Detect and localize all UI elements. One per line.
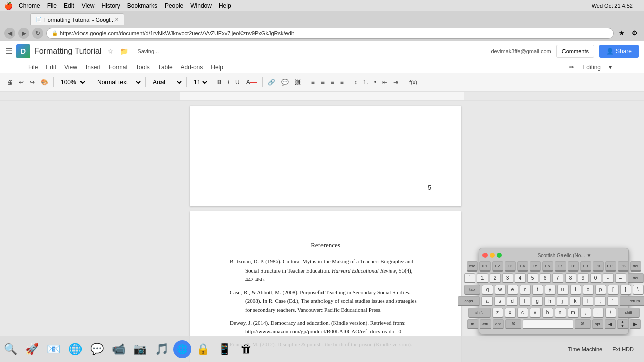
- key-v[interactable]: v: [530, 308, 541, 318]
- dock-trash[interactable]: 🗑: [236, 339, 256, 359]
- key-f6[interactable]: F6: [542, 261, 553, 272]
- key-f2[interactable]: F2: [492, 261, 503, 272]
- menu-item-view[interactable]: View: [61, 63, 80, 72]
- dock-chrome[interactable]: 🌐: [173, 340, 191, 358]
- menu-item-tools[interactable]: Tools: [133, 63, 153, 72]
- key-f11[interactable]: F11: [605, 261, 616, 272]
- key-f[interactable]: f: [519, 296, 530, 306]
- redo-button[interactable]: ↪: [27, 76, 37, 89]
- key-e[interactable]: e: [507, 285, 518, 295]
- key-7[interactable]: 7: [552, 273, 564, 283]
- menu-chrome[interactable]: Chrome: [19, 2, 40, 9]
- menu-view[interactable]: View: [82, 2, 95, 9]
- key-2[interactable]: 2: [490, 273, 501, 283]
- bookmark-icon[interactable]: ★: [617, 28, 627, 38]
- key-f5[interactable]: F5: [530, 261, 541, 272]
- key-0[interactable]: 0: [590, 273, 601, 283]
- key-j[interactable]: j: [557, 296, 568, 306]
- star-icon[interactable]: ☆: [107, 47, 114, 55]
- bold-button[interactable]: B: [215, 76, 224, 89]
- zoom-select[interactable]: 100%: [56, 76, 87, 89]
- menu-help[interactable]: Help: [219, 2, 231, 9]
- key-m[interactable]: m: [568, 308, 579, 318]
- menu-item-table[interactable]: Table: [155, 63, 176, 72]
- line-spacing-button[interactable]: ↕: [352, 76, 360, 89]
- key-period[interactable]: .: [593, 308, 604, 318]
- key-alt-left[interactable]: opt: [493, 319, 504, 329]
- list-bullet-button[interactable]: •: [372, 76, 379, 89]
- hamburger-icon[interactable]: ☰: [5, 46, 12, 56]
- key-q[interactable]: q: [482, 285, 493, 295]
- key-r[interactable]: r: [520, 285, 531, 295]
- key-t[interactable]: t: [532, 285, 543, 295]
- menu-people[interactable]: People: [165, 2, 183, 9]
- undo-button[interactable]: ↩: [16, 76, 26, 89]
- key-5[interactable]: 5: [527, 273, 538, 283]
- paint-format-button[interactable]: 🎨: [38, 76, 51, 89]
- key-lbracket[interactable]: [: [608, 285, 619, 295]
- key-w[interactable]: w: [495, 285, 506, 295]
- text-color-button[interactable]: A: [244, 76, 260, 89]
- forward-button[interactable]: ▶: [18, 28, 29, 39]
- menu-edit[interactable]: Edit: [64, 2, 74, 9]
- menu-item-format[interactable]: Format: [106, 63, 131, 72]
- key-semicolon[interactable]: ;: [595, 296, 606, 306]
- key-f4[interactable]: F4: [517, 261, 528, 272]
- key-caps[interactable]: caps: [458, 296, 480, 306]
- key-a[interactable]: a: [481, 296, 493, 306]
- share-button[interactable]: 👤 Share: [599, 45, 639, 58]
- key-f10[interactable]: F10: [593, 261, 604, 272]
- key-shift-left[interactable]: shift: [468, 308, 491, 318]
- dock-finder[interactable]: 🔍: [0, 339, 20, 359]
- key-equals[interactable]: =: [615, 273, 626, 283]
- justify-button[interactable]: ≡: [338, 76, 346, 89]
- apple-menu[interactable]: 🍎: [4, 2, 13, 10]
- key-h[interactable]: h: [544, 296, 555, 306]
- key-n[interactable]: n: [555, 308, 566, 318]
- style-select[interactable]: Normal text: [93, 76, 143, 89]
- back-button[interactable]: ◀: [4, 28, 15, 39]
- key-quote[interactable]: ': [607, 296, 618, 306]
- align-left-button[interactable]: ≡: [309, 76, 317, 89]
- key-return[interactable]: return: [620, 296, 644, 306]
- dock-safari[interactable]: 🌐: [65, 339, 85, 359]
- list-numbered-button[interactable]: 1.: [361, 76, 371, 89]
- key-3[interactable]: 3: [502, 273, 513, 283]
- print-button[interactable]: 🖨: [4, 76, 15, 89]
- key-4[interactable]: 4: [515, 273, 526, 283]
- key-cmd-left[interactable]: ⌘: [505, 319, 521, 329]
- align-right-button[interactable]: ≡: [328, 76, 337, 89]
- key-minus[interactable]: -: [603, 273, 614, 283]
- link-button[interactable]: 🔗: [265, 76, 278, 89]
- key-delete[interactable]: del: [628, 273, 644, 283]
- key-backslash[interactable]: \: [633, 285, 644, 295]
- refresh-button[interactable]: ↻: [32, 28, 43, 39]
- key-s[interactable]: s: [494, 296, 505, 306]
- active-tab[interactable]: 📄 Formatting Tutorial - Googl... ✕: [30, 13, 124, 25]
- font-select[interactable]: Arial: [148, 76, 184, 89]
- comment-button[interactable]: 💬: [279, 76, 291, 89]
- keyboard-maximize-dot[interactable]: [497, 253, 502, 258]
- image-button[interactable]: 🖼: [292, 76, 303, 89]
- menu-item-file[interactable]: File: [25, 63, 41, 72]
- key-i[interactable]: i: [570, 285, 581, 295]
- key-y[interactable]: y: [545, 285, 556, 295]
- menu-item-help[interactable]: Help: [208, 63, 226, 72]
- key-slash[interactable]: /: [605, 308, 616, 318]
- key-1[interactable]: 1: [477, 273, 488, 283]
- menu-bookmarks[interactable]: Bookmarks: [127, 2, 157, 9]
- key-f3[interactable]: F3: [505, 261, 516, 272]
- key-tab[interactable]: tab: [464, 285, 480, 295]
- key-g[interactable]: g: [532, 296, 543, 306]
- key-rbracket[interactable]: ]: [620, 285, 631, 295]
- extensions-icon[interactable]: ⚙: [630, 28, 640, 38]
- menu-item-insert[interactable]: Insert: [83, 63, 104, 72]
- key-9[interactable]: 9: [578, 273, 589, 283]
- key-arrow-right[interactable]: ▶: [630, 319, 641, 329]
- italic-button[interactable]: I: [225, 76, 232, 89]
- dock-lock[interactable]: 🔒: [193, 339, 213, 359]
- key-fn[interactable]: fn: [467, 319, 478, 329]
- key-arrow-left[interactable]: ◀: [605, 319, 616, 329]
- dock-launchpad[interactable]: 🚀: [22, 339, 42, 359]
- key-f9[interactable]: F9: [580, 261, 591, 272]
